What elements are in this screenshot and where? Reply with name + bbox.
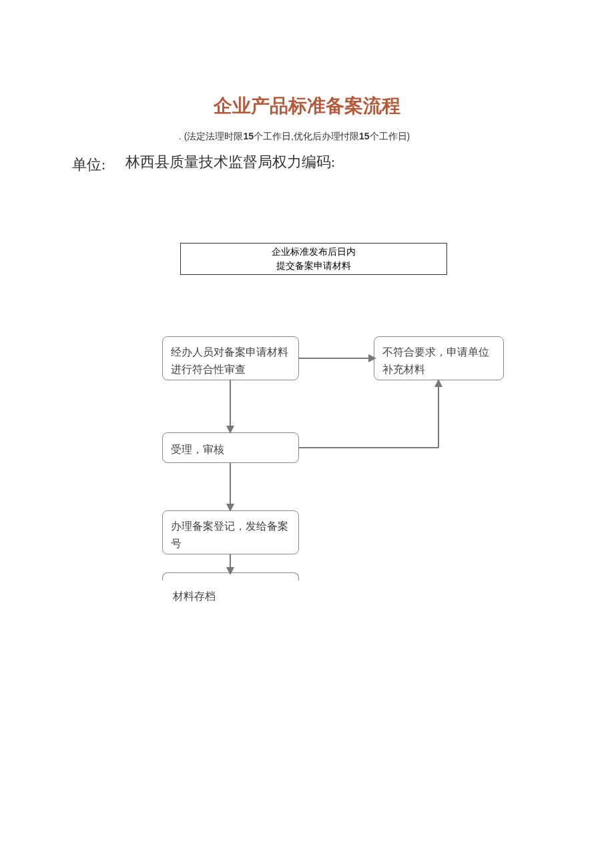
subtitle-suffix: 个工作日) <box>370 131 410 141</box>
subtitle-days2: 15 <box>359 131 370 141</box>
unit-label: 单位: <box>72 155 105 175</box>
subtitle-mid: 个工作日,优化后办理忖限 <box>254 131 359 141</box>
box-review: 经办人员对备案申请材料进行符合性审查 <box>162 336 299 380</box>
start-box-line1: 企业标准发布后日内 <box>272 245 356 259</box>
box-archive-top <box>162 572 299 580</box>
subtitle-days1: 15 <box>243 131 254 141</box>
box-process: 办理备案登记，发给备案号 <box>162 510 299 554</box>
box-reject: 不符合要求，申请单位补充材料 <box>374 336 504 380</box>
subtitle: . (法定法理时限15个工作日,优化后办理忖限15个工作日) <box>179 131 410 143</box>
start-box-line2: 提交备案申请材料 <box>276 259 351 273</box>
archive-label: 材料存档 <box>173 590 216 604</box>
subtitle-prefix: . (法定法理时限 <box>179 131 243 141</box>
box-accept: 受理，审核 <box>162 432 299 463</box>
unit-value: 林西县质量技术监督局权力编码: <box>125 152 335 172</box>
page-title: 企业产品标准备案流程 <box>0 93 614 119</box>
start-box: 企业标准发布后日内 提交备案申请材料 <box>180 243 447 275</box>
